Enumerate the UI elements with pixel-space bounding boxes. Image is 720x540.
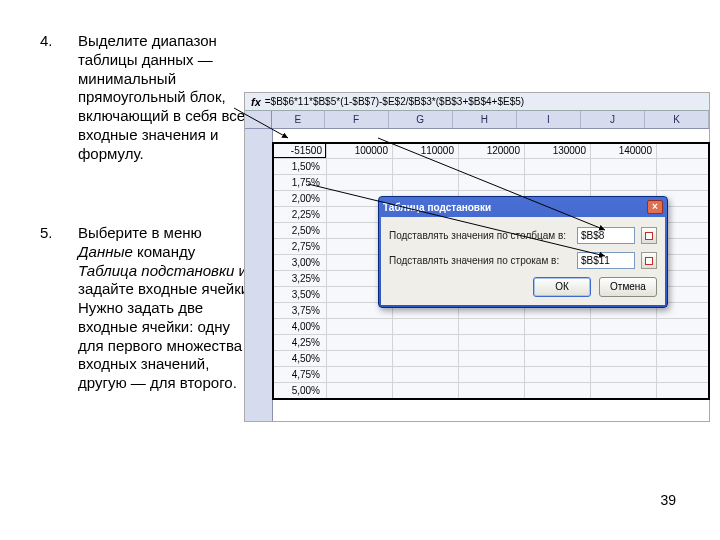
ok-button[interactable]: ОК bbox=[533, 277, 591, 297]
formula-text: =$B$6*11*$B$5*(1-$B$7)-$E$2/$B$3*($B$3+$… bbox=[265, 96, 524, 107]
table-row: 1,75% bbox=[273, 175, 709, 191]
table-row: 4,00% bbox=[273, 319, 709, 335]
dialog-title: Таблица подстановки bbox=[383, 202, 491, 213]
col-F[interactable]: F bbox=[325, 111, 389, 128]
step-number-5: 5. bbox=[40, 224, 53, 241]
input-cols[interactable]: $B$8 bbox=[577, 227, 635, 244]
row-headers bbox=[245, 129, 273, 421]
ref-picker-cols[interactable] bbox=[641, 227, 657, 244]
cancel-button[interactable]: Отмена bbox=[599, 277, 657, 297]
input-rows[interactable]: $B$11 bbox=[577, 252, 635, 269]
table-row: 4,50% bbox=[273, 351, 709, 367]
dlg-label-rows: Подставлять значения по строкам в: bbox=[389, 255, 571, 266]
step-number-4: 4. bbox=[40, 32, 53, 49]
dlg-label-cols: Подставлять значения по столбцам в: bbox=[389, 230, 571, 241]
col-G[interactable]: G bbox=[389, 111, 453, 128]
formula-bar: fx =$B$6*11*$B$5*(1-$B$7)-$E$2/$B$3*($B$… bbox=[245, 93, 709, 111]
page-number: 39 bbox=[660, 492, 676, 508]
col-H[interactable]: H bbox=[453, 111, 517, 128]
column-headers: E F G H I J K bbox=[245, 111, 709, 129]
step-4-text: Выделите диапазон таблицы данных — миним… bbox=[78, 32, 258, 163]
table-row: -51500 100000 110000 120000 130000 14000… bbox=[273, 143, 709, 159]
table-row: 1,50% bbox=[273, 159, 709, 175]
table-row: 4,75% bbox=[273, 367, 709, 383]
table-row: 5,00% bbox=[273, 383, 709, 399]
col-K[interactable]: K bbox=[645, 111, 709, 128]
step-5-text: Выберите в меню Данные команду Таблица п… bbox=[78, 224, 258, 393]
dialog-titlebar[interactable]: Таблица подстановки × bbox=[379, 197, 667, 217]
col-E[interactable]: E bbox=[272, 111, 324, 128]
close-icon[interactable]: × bbox=[647, 200, 663, 214]
col-I[interactable]: I bbox=[517, 111, 581, 128]
fx-label: fx bbox=[251, 96, 261, 108]
table-row: 4,25% bbox=[273, 335, 709, 351]
dialog-table-substitution: Таблица подстановки × Подставлять значен… bbox=[378, 196, 668, 308]
col-J[interactable]: J bbox=[581, 111, 645, 128]
ref-picker-rows[interactable] bbox=[641, 252, 657, 269]
